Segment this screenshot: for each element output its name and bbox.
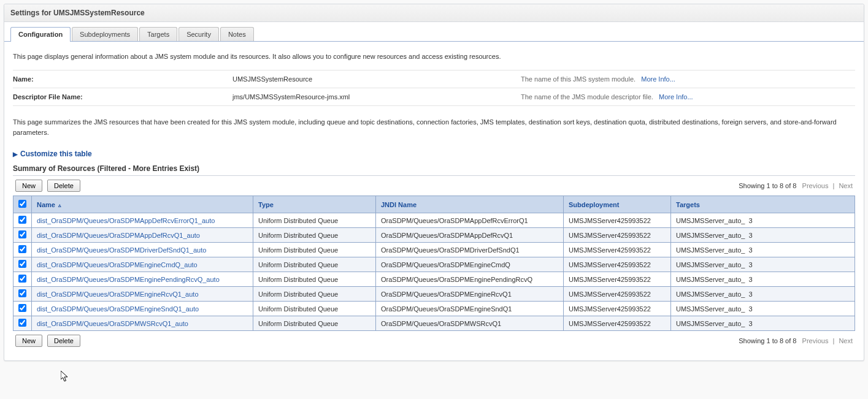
resource-name-link[interactable]: dist_OraSDPM/Queues/OraSDPMDriverDefSndQ…: [37, 246, 206, 254]
info-desc-hint: The name of the JMS module descriptor fi…: [521, 93, 855, 101]
tab-targets[interactable]: Targets: [139, 27, 177, 41]
header-select-all[interactable]: [13, 196, 32, 213]
info-name-hint: The name of this JMS system module. More…: [521, 75, 855, 83]
header-name[interactable]: Name ▵: [32, 196, 253, 213]
row-name-cell: dist_OraSDPM/Queues/OraSDPMAppDefRcvErro…: [32, 213, 253, 228]
table-row: dist_OraSDPM/Queues/OraSDPMAppDefRcvErro…: [13, 213, 855, 228]
pager-bottom: Showing 1 to 8 of 8 Previous | Next: [739, 337, 853, 344]
row-checkbox-cell[interactable]: [13, 287, 32, 302]
header-subdeployment[interactable]: Subdeployment: [564, 196, 671, 213]
info-row-descriptor: Descriptor File Name: jms/UMSJMSSystemRe…: [13, 88, 855, 106]
row-checkbox-cell[interactable]: [13, 272, 32, 287]
row-targets-cell: UMSJMSServer_auto_3: [671, 316, 855, 331]
tab-security[interactable]: Security: [179, 27, 219, 41]
row-checkbox-cell[interactable]: [13, 316, 32, 331]
row-checkbox-cell[interactable]: [13, 302, 32, 316]
more-info-link[interactable]: More Info...: [659, 93, 693, 101]
table-row: dist_OraSDPM/Queues/OraSDPMWSRcvQ1_autoU…: [13, 316, 855, 331]
summary-description: This page summarizes the JMS resources t…: [13, 117, 855, 137]
row-jndi-cell: OraSDPM/Queues/OraSDPMAppDefRcvQ1: [376, 228, 564, 243]
row-name-cell: dist_OraSDPM/Queues/OraSDPMDriverDefSndQ…: [32, 243, 253, 257]
row-jndi-cell: OraSDPM/Queues/OraSDPMEnginePendingRcvQ: [376, 272, 564, 287]
row-jndi-cell: OraSDPM/Queues/OraSDPMEngineRcvQ1: [376, 287, 564, 302]
table-row: dist_OraSDPM/Queues/OraSDPMEnginePending…: [13, 272, 855, 287]
row-type-cell: Uniform Distributed Queue: [253, 287, 376, 302]
row-checkbox-cell[interactable]: [13, 243, 32, 257]
pager-next: Next: [839, 337, 853, 344]
row-jndi-cell: OraSDPM/Queues/OraSDPMEngineSndQ1: [376, 302, 564, 316]
row-name-cell: dist_OraSDPM/Queues/OraSDPMEnginePending…: [32, 272, 253, 287]
row-targets-cell: UMSJMSServer_auto_3: [671, 257, 855, 272]
row-type-cell: Uniform Distributed Queue: [253, 228, 376, 243]
row-subdeployment-cell: UMSJMSServer425993522: [564, 228, 671, 243]
resource-name-link[interactable]: dist_OraSDPM/Queues/OraSDPMAppDefRcvErro…: [37, 217, 215, 224]
row-checkbox[interactable]: [18, 289, 26, 297]
row-checkbox[interactable]: [18, 275, 26, 283]
header-type[interactable]: Type: [253, 196, 376, 213]
row-type-cell: Uniform Distributed Queue: [253, 213, 376, 228]
row-name-cell: dist_OraSDPM/Queues/OraSDPMEngineSndQ1_a…: [32, 302, 253, 316]
row-type-cell: Uniform Distributed Queue: [253, 272, 376, 287]
header-targets[interactable]: Targets: [671, 196, 855, 213]
info-name-hint-text: The name of this JMS system module.: [521, 75, 636, 83]
customize-label: Customize this table: [20, 150, 92, 158]
tab-notes[interactable]: Notes: [220, 27, 254, 41]
resource-name-link[interactable]: dist_OraSDPM/Queues/OraSDPMAppDefRcvQ1_a…: [37, 232, 200, 239]
header-jndi[interactable]: JNDI Name: [376, 196, 564, 213]
row-subdeployment-cell: UMSJMSServer425993522: [564, 287, 671, 302]
tab-configuration[interactable]: Configuration: [10, 27, 71, 41]
page-description: This page displays general information a…: [13, 53, 855, 60]
row-checkbox[interactable]: [18, 216, 26, 224]
row-checkbox[interactable]: [18, 319, 26, 327]
select-all-checkbox[interactable]: [18, 200, 26, 208]
row-checkbox-cell[interactable]: [13, 213, 32, 228]
info-desc-label: Descriptor File Name:: [13, 93, 232, 101]
row-jndi-cell: OraSDPM/Queues/OraSDPMWSRcvQ1: [376, 316, 564, 331]
row-name-cell: dist_OraSDPM/Queues/OraSDPMEngineCmdQ_au…: [32, 257, 253, 272]
row-jndi-cell: OraSDPM/Queues/OraSDPMDriverDefSndQ1: [376, 243, 564, 257]
row-subdeployment-cell: UMSJMSServer425993522: [564, 316, 671, 331]
delete-button[interactable]: Delete: [47, 180, 80, 192]
toolbar-bottom: New Delete Showing 1 to 8 of 8 Previous …: [13, 331, 855, 351]
info-name-value: UMSJMSSystemResource: [232, 75, 521, 83]
row-type-cell: Uniform Distributed Queue: [253, 257, 376, 272]
delete-button[interactable]: Delete: [47, 335, 80, 347]
row-checkbox[interactable]: [18, 245, 26, 253]
resources-table: Name ▵ Type JNDI Name Subdeployment Targ…: [13, 196, 855, 331]
resource-name-link[interactable]: dist_OraSDPM/Queues/OraSDPMEngineSndQ1_a…: [37, 305, 199, 313]
table-row: dist_OraSDPM/Queues/OraSDPMEngineRcvQ1_a…: [13, 287, 855, 302]
row-checkbox-cell[interactable]: [13, 228, 32, 243]
new-button[interactable]: New: [15, 335, 42, 347]
info-name-label: Name:: [13, 75, 232, 83]
resource-name-link[interactable]: dist_OraSDPM/Queues/OraSDPMEnginePending…: [37, 276, 220, 283]
row-checkbox[interactable]: [18, 304, 26, 312]
row-jndi-cell: OraSDPM/Queues/OraSDPMEngineCmdQ: [376, 257, 564, 272]
row-targets-cell: UMSJMSServer_auto_3: [671, 228, 855, 243]
table-row: dist_OraSDPM/Queues/OraSDPMDriverDefSndQ…: [13, 243, 855, 257]
row-subdeployment-cell: UMSJMSServer425993522: [564, 257, 671, 272]
row-subdeployment-cell: UMSJMSServer425993522: [564, 302, 671, 316]
row-subdeployment-cell: UMSJMSServer425993522: [564, 243, 671, 257]
customize-table-link[interactable]: ▶ Customize this table: [13, 150, 92, 158]
panel-title: Settings for UMSJMSSystemResource: [4, 4, 864, 22]
table-row: dist_OraSDPM/Queues/OraSDPMEngineSndQ1_a…: [13, 302, 855, 316]
more-info-link[interactable]: More Info...: [641, 75, 675, 83]
triangle-icon: ▶: [13, 151, 18, 158]
pager-top: Showing 1 to 8 of 8 Previous | Next: [739, 182, 853, 189]
tab-subdeployments[interactable]: Subdeployments: [72, 27, 138, 41]
resource-name-link[interactable]: dist_OraSDPM/Queues/OraSDPMWSRcvQ1_auto: [37, 320, 188, 327]
row-type-cell: Uniform Distributed Queue: [253, 316, 376, 331]
info-row-name: Name: UMSJMSSystemResource The name of t…: [13, 70, 855, 88]
pager-showing: Showing 1 to 8 of 8: [739, 182, 796, 189]
row-type-cell: Uniform Distributed Queue: [253, 302, 376, 316]
resource-name-link[interactable]: dist_OraSDPM/Queues/OraSDPMEngineCmdQ_au…: [37, 261, 198, 268]
row-subdeployment-cell: UMSJMSServer425993522: [564, 213, 671, 228]
resource-name-link[interactable]: dist_OraSDPM/Queues/OraSDPMEngineRcvQ1_a…: [37, 291, 199, 298]
summary-title: Summary of Resources (Filtered - More En…: [13, 164, 855, 173]
row-checkbox-cell[interactable]: [13, 257, 32, 272]
pager-next: Next: [839, 182, 853, 189]
row-checkbox[interactable]: [18, 230, 26, 238]
row-checkbox[interactable]: [18, 260, 26, 268]
new-button[interactable]: New: [15, 180, 42, 192]
sort-asc-icon: ▵: [58, 202, 61, 208]
